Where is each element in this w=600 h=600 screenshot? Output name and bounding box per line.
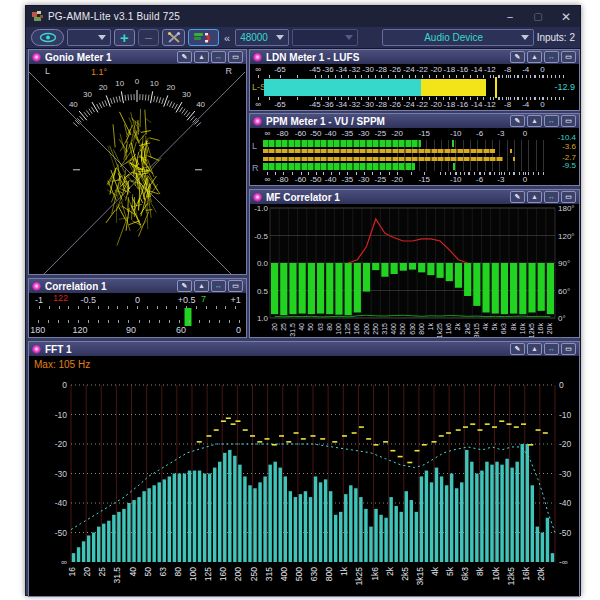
- svg-text:31.5: 31.5: [112, 567, 122, 584]
- preset-dropdown[interactable]: [67, 29, 111, 46]
- panel-resize-button[interactable]: ↔: [544, 115, 559, 127]
- panel-pin-button[interactable]: ▴: [527, 191, 542, 203]
- tick-mark: [490, 75, 491, 78]
- app-window: PG-AMM-Lite v3.1 Build 725 – ▢ ✕ + – «: [25, 5, 581, 596]
- correlation-meter-panel: Correlation 1✎▴↔▭ 1227-1-0.50+0.5+118012…: [28, 278, 247, 338]
- close-button[interactable]: ✕: [552, 6, 580, 27]
- tick-mark: [402, 75, 403, 78]
- tick-mark: [292, 172, 293, 175]
- svg-text:10k: 10k: [491, 566, 501, 580]
- tick-mark: [551, 75, 552, 78]
- scale-label: -45: [309, 100, 321, 109]
- panel-edit-button[interactable]: ✎: [510, 191, 525, 203]
- tick-mark: [48, 320, 49, 323]
- maximize-button[interactable]: ▢: [524, 6, 552, 27]
- ldn-meter-panel: LDN Meter 1 - LUFS✎▴↔▭ ∞-65-45-36-34-32-…: [249, 49, 580, 111]
- panel-resize-button[interactable]: ↔: [211, 51, 226, 63]
- panel-edit-button[interactable]: ✎: [510, 343, 525, 355]
- panel-buttons: ✎▴↔▭: [510, 51, 576, 63]
- power-icon[interactable]: [253, 117, 262, 126]
- panel-display-button[interactable]: ▭: [561, 191, 576, 203]
- tick-mark: [98, 320, 99, 323]
- panel-pin-button[interactable]: ▴: [527, 51, 542, 63]
- connect-button[interactable]: [188, 29, 219, 46]
- gonio-angle-readout: 1.1°: [91, 67, 107, 77]
- svg-text:5k: 5k: [445, 566, 455, 576]
- tick-mark: [411, 172, 412, 175]
- mf-titlebar[interactable]: MF Correlator 1✎▴↔▭: [250, 190, 579, 205]
- svg-text:-∞: -∞: [559, 557, 568, 567]
- panel-resize-button[interactable]: ↔: [544, 191, 559, 203]
- panel-display-button[interactable]: ▭: [561, 51, 576, 63]
- scale-label: -16: [457, 65, 469, 74]
- tick-mark: [535, 75, 536, 78]
- tick-mark: [559, 75, 560, 78]
- scale-label: -3: [497, 175, 504, 184]
- svg-text:30: 30: [83, 90, 92, 99]
- grid-tick: [455, 140, 456, 171]
- correlation-bar-indicator: [184, 308, 191, 326]
- remove-meter-button[interactable]: –: [138, 29, 159, 46]
- panel-resize-button[interactable]: ↔: [544, 51, 559, 63]
- tick-mark: [58, 320, 59, 323]
- tick-mark: [449, 75, 450, 78]
- tick-mark: [547, 75, 548, 78]
- panel-resize-button[interactable]: ↔: [211, 280, 226, 292]
- grid-tick: [426, 140, 427, 171]
- svg-text:20: 20: [99, 83, 108, 92]
- svg-text:3k15: 3k15: [473, 323, 480, 337]
- fft-panel: FFT 1✎▴↔▭ Max: 105 Hz 0-10-20-30-40-50∞0…: [28, 341, 580, 597]
- panel-edit-button[interactable]: ✎: [510, 51, 525, 63]
- ppm-titlebar[interactable]: PPM Meter 1 - VU / SPPM✎▴↔▭: [250, 114, 579, 129]
- power-icon[interactable]: [32, 345, 41, 354]
- scale-label: 180: [30, 325, 45, 335]
- window-titlebar[interactable]: PG-AMM-Lite v3.1 Build 725 – ▢ ✕: [26, 6, 580, 27]
- gonio-left-channel-label: L: [45, 66, 50, 76]
- samplerate-dropdown[interactable]: 48000: [235, 29, 289, 46]
- add-meter-button[interactable]: +: [114, 29, 135, 46]
- device-dropdown[interactable]: Audio Device: [382, 29, 534, 46]
- panel-display-button[interactable]: ▭: [228, 51, 243, 63]
- power-icon[interactable]: [253, 193, 262, 202]
- tick-mark: [361, 75, 362, 78]
- scale-label: -22: [416, 100, 428, 109]
- minimize-button[interactable]: –: [496, 6, 524, 27]
- tick-mark: [563, 75, 564, 78]
- panel-pin-button[interactable]: ▴: [194, 280, 209, 292]
- gonio-titlebar[interactable]: Gonio Meter 1✎▴↔▭: [29, 50, 246, 65]
- tick-mark: [443, 75, 444, 78]
- tick-mark: [280, 75, 281, 78]
- panel-edit-button[interactable]: ✎: [177, 51, 192, 63]
- power-icon[interactable]: [32, 53, 41, 62]
- mf-display: -1.0-0.50.00.51.0180°120°90°60°0°202531.…: [250, 204, 579, 337]
- monitor-toggle-button[interactable]: [31, 29, 64, 46]
- settings-button[interactable]: [162, 29, 185, 46]
- collapse-chevrons[interactable]: «: [224, 32, 230, 44]
- scale-label: -40: [325, 175, 337, 184]
- panel-edit-button[interactable]: ✎: [177, 280, 192, 292]
- svg-text:63: 63: [317, 323, 324, 331]
- scale-label: -60: [295, 175, 307, 184]
- panel-pin-button[interactable]: ▴: [527, 115, 542, 127]
- panel-pin-button[interactable]: ▴: [194, 51, 209, 63]
- panel-edit-button[interactable]: ✎: [510, 115, 525, 127]
- ppm-meter-area: ∞-80-60-50-40-35-30-25-20-15-10-6-30∞-80…: [260, 128, 558, 185]
- fft-titlebar[interactable]: FFT 1✎▴↔▭: [29, 342, 579, 357]
- ldn-titlebar[interactable]: LDN Meter 1 - LUFS✎▴↔▭: [250, 50, 579, 65]
- grid-tick: [463, 140, 464, 171]
- correlation-titlebar[interactable]: Correlation 1✎▴↔▭: [29, 279, 246, 294]
- panel-resize-button[interactable]: ↔: [544, 343, 559, 355]
- tick-mark: [169, 320, 170, 323]
- tick-mark: [199, 320, 200, 323]
- grid-tick: [485, 140, 486, 171]
- panel-pin-button[interactable]: ▴: [527, 343, 542, 355]
- power-icon[interactable]: [32, 282, 41, 291]
- scale-label: -30: [362, 65, 374, 74]
- panel-display-button[interactable]: ▭: [561, 343, 576, 355]
- svg-text:1k6: 1k6: [445, 323, 452, 334]
- eye-icon: [39, 32, 57, 43]
- power-icon[interactable]: [253, 53, 262, 62]
- tick-mark: [206, 306, 207, 309]
- panel-display-button[interactable]: ▭: [561, 115, 576, 127]
- panel-display-button[interactable]: ▭: [228, 280, 243, 292]
